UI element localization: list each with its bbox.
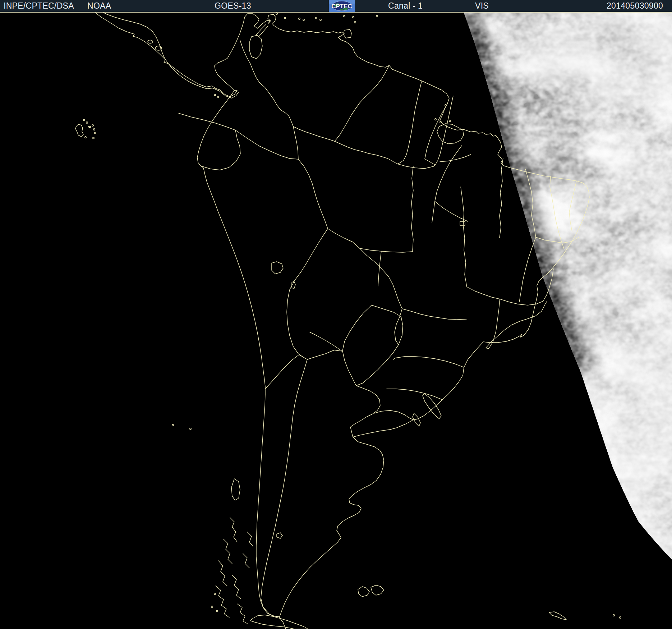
channel-label: Canal - 1 [388, 0, 423, 12]
logo-text: CPTEC [331, 3, 352, 10]
timestamp-label: 201405030900 [607, 0, 663, 12]
cptec-logo: CPTEC [329, 0, 355, 12]
satellite-image: INPE/CPTEC/DSA NOAA GOES-13 CPTEC Canal … [0, 0, 672, 629]
band-label: VIS [475, 0, 489, 12]
header-bar: INPE/CPTEC/DSA NOAA GOES-13 CPTEC Canal … [0, 0, 672, 13]
product-label: INPE/CPTEC/DSA [4, 0, 74, 12]
agency-label: NOAA [87, 0, 111, 12]
map-svg [0, 0, 672, 629]
satellite-label: GOES-13 [215, 0, 251, 12]
